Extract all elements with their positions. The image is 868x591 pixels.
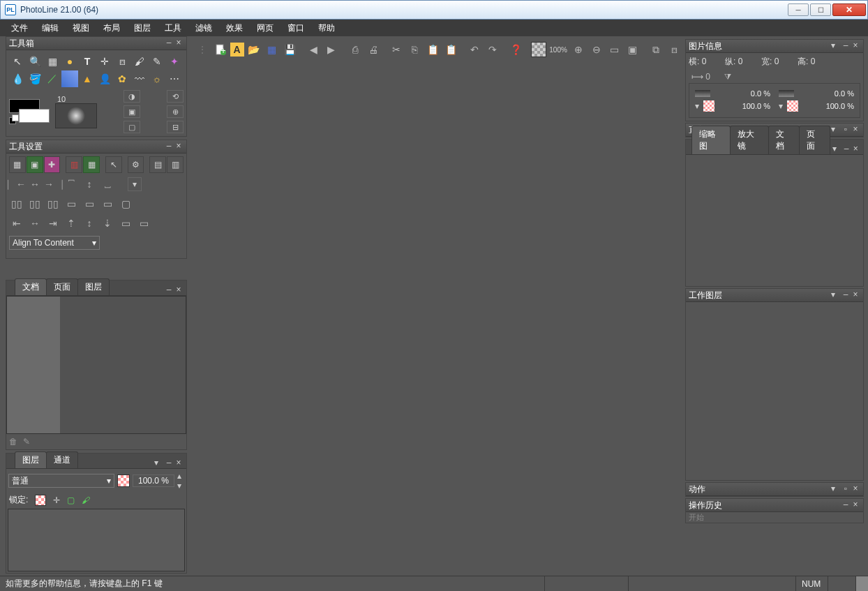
fit-icon[interactable]: ▭: [606, 41, 623, 58]
canvas-area[interactable]: [194, 63, 682, 576]
panel-close-icon[interactable]: ×: [851, 290, 860, 300]
tool-pen[interactable]: ✎: [149, 53, 165, 70]
scan-icon[interactable]: ⎙: [347, 41, 364, 58]
tset-grid1-icon[interactable]: ▤: [149, 156, 166, 173]
panel-close-icon[interactable]: ×: [174, 285, 184, 295]
lock-edit-icon[interactable]: ▢: [67, 495, 75, 505]
tool-smudge[interactable]: 〰: [131, 70, 148, 87]
brush-preview[interactable]: [55, 103, 97, 128]
tset-layer-icon[interactable]: ▦: [9, 156, 26, 173]
grip-icon[interactable]: ⋮: [194, 41, 211, 58]
align-options-dropdown[interactable]: ▾: [128, 177, 142, 191]
print-icon[interactable]: 🖨: [365, 41, 382, 58]
panel-close-icon[interactable]: ×: [174, 458, 184, 468]
panel-restore-icon[interactable]: ▫: [841, 484, 851, 494]
copy-icon[interactable]: ⎘: [406, 41, 423, 58]
tool-shape[interactable]: ▲: [79, 70, 96, 87]
zoom-out-icon[interactable]: ⊖: [588, 41, 605, 58]
tab-channels[interactable]: 通道: [46, 451, 78, 468]
blend-mode-combo[interactable]: 普通 ▾: [8, 474, 114, 488]
zoom-level[interactable]: 100%: [548, 41, 569, 58]
space-v3-icon[interactable]: ⇣: [100, 216, 115, 230]
panel-minimize-icon[interactable]: –: [164, 458, 174, 468]
tool-text[interactable]: T: [79, 53, 96, 70]
tset-mode1-icon[interactable]: ▥: [66, 156, 82, 173]
tool-perspective[interactable]: ⧈: [114, 53, 130, 70]
space-v2-icon[interactable]: ↕: [82, 216, 97, 230]
chevron-down-icon[interactable]: ▾: [779, 101, 783, 111]
bg-color[interactable]: [19, 109, 50, 123]
new-icon[interactable]: +: [212, 41, 229, 58]
lock-brush-icon[interactable]: 🖌: [82, 495, 90, 505]
panel-close-icon[interactable]: ×: [851, 41, 860, 51]
menu-effect[interactable]: 效果: [220, 21, 248, 36]
resize-grip-icon[interactable]: [855, 576, 868, 591]
space-v1-icon[interactable]: ⇡: [63, 216, 79, 230]
lock-move-icon[interactable]: ✛: [53, 495, 60, 505]
fit2-icon[interactable]: ▣: [624, 41, 641, 58]
opacity-field[interactable]: 100.0 %: [133, 474, 174, 487]
menu-help[interactable]: 帮助: [313, 21, 341, 36]
extra2-icon[interactable]: ⊕: [167, 105, 184, 118]
prev-icon[interactable]: ◀: [305, 41, 322, 58]
tab-magnifier[interactable]: 放大镜: [730, 126, 769, 154]
tset-group-icon[interactable]: ▣: [27, 156, 43, 173]
dist-right-icon[interactable]: ▯▯: [45, 197, 61, 211]
zoom-in-icon[interactable]: ⊕: [570, 41, 587, 58]
menu-layout[interactable]: 布局: [98, 21, 126, 36]
tool-brush[interactable]: 🖌: [131, 53, 148, 70]
align-top-icon[interactable]: ⎴: [63, 177, 79, 191]
panel-restore-icon[interactable]: ▫: [841, 125, 851, 135]
panel-minimize-icon[interactable]: –: [164, 38, 174, 48]
align-vcenter-icon[interactable]: ↕: [82, 177, 97, 191]
maximize-button[interactable]: ☐: [810, 3, 831, 16]
space-h2-icon[interactable]: ↔: [27, 216, 43, 230]
align-hcenter-icon[interactable]: ↔: [27, 177, 43, 191]
space-extra2-icon[interactable]: ▭: [136, 216, 151, 230]
undo-icon[interactable]: ↶: [466, 41, 483, 58]
tool-dodge[interactable]: ☼: [149, 70, 165, 87]
opacity-down-icon[interactable]: ▾: [177, 481, 184, 491]
tab-thumbnail[interactable]: 缩略图: [691, 126, 731, 154]
tset-add-icon[interactable]: ✚: [44, 156, 61, 173]
quickmask-icon[interactable]: ◑: [124, 90, 140, 103]
panel-menu-icon[interactable]: ▾: [151, 458, 161, 468]
dist-left-icon[interactable]: ▯▯: [9, 197, 24, 211]
panel-minimize-icon[interactable]: –: [164, 285, 174, 295]
trash-icon[interactable]: 🗑: [9, 437, 17, 447]
color-swatches[interactable]: [9, 99, 51, 124]
tool-marquee[interactable]: ▦: [44, 53, 61, 70]
tool-clone[interactable]: ✿: [114, 70, 130, 87]
tab-layer[interactable]: 图层: [77, 278, 110, 295]
tab-doc[interactable]: 文档: [768, 126, 800, 154]
document-thumbnails[interactable]: [6, 296, 186, 434]
panel-menu-icon[interactable]: ▾: [828, 484, 838, 494]
tool-misc[interactable]: ⋯: [166, 70, 183, 87]
context-help-icon[interactable]: ❓: [508, 41, 525, 58]
arrange-icon[interactable]: ⧉: [648, 41, 664, 58]
panel-close-icon[interactable]: ×: [174, 38, 184, 48]
lock-transparency-icon[interactable]: [35, 495, 46, 506]
cut-icon[interactable]: ✂: [389, 41, 405, 58]
tool-fill[interactable]: 🪣: [27, 70, 43, 87]
tab-layers[interactable]: 图层: [15, 451, 47, 468]
new-text-icon[interactable]: A: [230, 43, 244, 57]
tool-circle[interactable]: ●: [61, 53, 78, 70]
tool-move[interactable]: ↖: [9, 53, 26, 70]
menu-file[interactable]: 文件: [6, 21, 33, 36]
layer-list[interactable]: [8, 509, 185, 571]
next-icon[interactable]: ▶: [323, 41, 340, 58]
tab-document[interactable]: 文档: [15, 278, 47, 295]
dist-extra-icon[interactable]: ▢: [118, 197, 133, 211]
edit-icon[interactable]: ✎: [23, 437, 30, 447]
paste-icon[interactable]: 📋: [424, 41, 441, 58]
open-icon[interactable]: 📂: [246, 41, 262, 58]
extra1-icon[interactable]: ⟲: [167, 90, 184, 103]
panel-close-icon[interactable]: ×: [174, 142, 184, 151]
menu-view[interactable]: 视图: [67, 21, 95, 36]
dist-hcenter-icon[interactable]: ▯▯: [27, 197, 43, 211]
tool-line[interactable]: ／: [44, 70, 61, 87]
tool-gradient[interactable]: [61, 70, 78, 87]
panel-minimize-icon[interactable]: –: [841, 290, 851, 300]
tool-zoom[interactable]: 🔍: [27, 53, 43, 70]
